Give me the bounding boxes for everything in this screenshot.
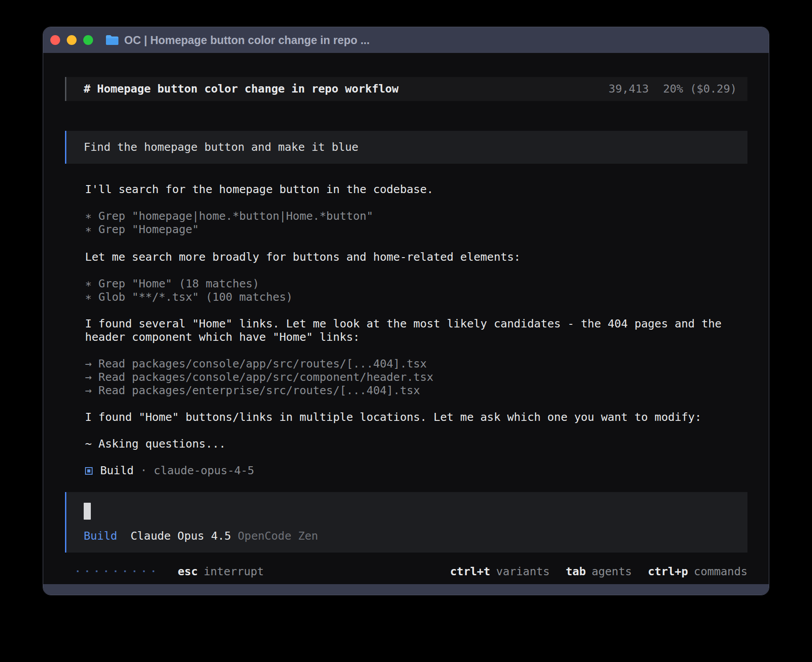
key-ctrl-p-label: commands — [694, 565, 747, 578]
close-button[interactable] — [50, 35, 60, 45]
terminal-content: # Homepage button color change in repo w… — [43, 53, 769, 584]
window-titlebar[interactable]: OC | Homepage button color change in rep… — [43, 27, 769, 53]
tool-call-grep[interactable]: ∗ Grep "homepage|home.*button|Home.*butt… — [85, 210, 747, 223]
folder-icon — [106, 35, 119, 45]
agent-separator: · — [140, 464, 147, 477]
keybind-variants[interactable]: ctrl+t variants — [450, 565, 550, 578]
window-title: OC | Homepage button color change in rep… — [124, 34, 369, 47]
agent-badge-row: Build · claude-opus-4-5 — [85, 464, 747, 477]
token-count: 39,413 — [609, 82, 649, 96]
user-message-text: Find the homepage button and make it blu… — [84, 141, 358, 153]
provider-label: OpenCode Zen — [238, 529, 318, 543]
assistant-text: I'll search for the homepage button in t… — [85, 183, 747, 196]
agent-square-icon — [85, 467, 93, 475]
session-title: # Homepage button color change in repo w… — [84, 82, 398, 96]
agent-mode-label[interactable]: Build — [84, 529, 117, 543]
key-tab-label: agents — [592, 565, 632, 578]
session-stats: 39,413 20% ($0.29) — [609, 82, 737, 96]
assistant-text: I found several "Home" links. Let me loo… — [85, 317, 747, 344]
session-header: # Homepage button color change in repo w… — [65, 77, 747, 101]
tool-call-grep[interactable]: ∗ Grep "Home" (18 matches) — [85, 277, 747, 291]
working-status: ~ Asking questions... — [85, 437, 747, 451]
user-message: Find the homepage button and make it blu… — [65, 131, 747, 164]
tool-call-glob[interactable]: ∗ Glob "**/*.tsx" (100 matches) — [85, 291, 747, 304]
key-ctrl-t: ctrl+t — [450, 565, 490, 578]
tool-call-read[interactable]: → Read packages/console/app/src/routes/[… — [85, 357, 747, 371]
status-right: ctrl+t variants tab agents ctrl+p comman… — [450, 565, 747, 578]
text-cursor — [84, 503, 91, 520]
keybind-commands[interactable]: ctrl+p commands — [648, 565, 747, 578]
maximize-button[interactable] — [83, 35, 93, 45]
key-tab: tab — [566, 565, 586, 578]
assistant-text: I found "Home" buttons/links in multiple… — [85, 411, 747, 424]
status-bar: ········· esc interrupt ctrl+t variants … — [65, 565, 747, 578]
assistant-text: Let me search more broadly for buttons a… — [85, 250, 747, 264]
status-left: ········· esc interrupt — [65, 565, 264, 578]
tool-call-read[interactable]: → Read packages/console/app/src/componen… — [85, 371, 747, 384]
context-usage-cost: 20% ($0.29) — [663, 82, 737, 96]
keybind-interrupt[interactable]: esc interrupt — [178, 565, 264, 578]
tool-call-read[interactable]: → Read packages/enterprise/src/routes/[.… — [85, 384, 747, 397]
tool-call-grep[interactable]: ∗ Grep "Homepage" — [85, 223, 747, 236]
key-ctrl-p: ctrl+p — [648, 565, 688, 578]
agent-model: claude-opus-4-5 — [154, 464, 254, 477]
prompt-input[interactable]: Build Claude Opus 4.5 OpenCode Zen — [65, 492, 747, 553]
key-esc-label: interrupt — [203, 565, 264, 578]
key-esc: esc — [178, 565, 198, 578]
minimize-button[interactable] — [67, 35, 77, 45]
keybind-agents[interactable]: tab agents — [566, 565, 632, 578]
input-meta-line: Build Claude Opus 4.5 OpenCode Zen — [84, 529, 737, 543]
key-ctrl-t-label: variants — [496, 565, 549, 578]
window-bottom-chrome — [43, 584, 769, 595]
agent-name: Build — [100, 464, 134, 477]
spinner-dots: ········· — [75, 565, 160, 578]
terminal-window: OC | Homepage button color change in rep… — [43, 27, 769, 595]
model-label[interactable]: Claude Opus 4.5 — [130, 529, 231, 543]
traffic-lights — [50, 35, 93, 45]
